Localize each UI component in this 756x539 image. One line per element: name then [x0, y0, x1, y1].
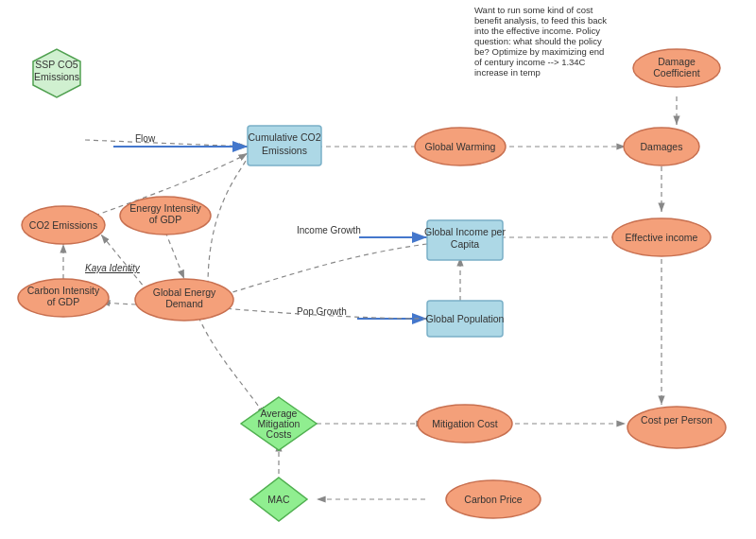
energyintensity-node: Energy Intensity of GDP — [120, 197, 211, 235]
arrow-energy-avgmit — [198, 317, 265, 416]
diagram: Want to run some kind of cost benefit an… — [0, 0, 756, 539]
note-text: of century income --> 1.34C — [474, 57, 586, 67]
svg-text:SSP CO5: SSP CO5 — [35, 59, 77, 70]
ssp-node: SSP CO5 Emissions — [33, 49, 80, 97]
note-text: increase in temp — [474, 67, 541, 78]
note-text: be? Optimize by maximizing end — [474, 46, 604, 57]
svg-text:Carbon Intensity: Carbon Intensity — [27, 285, 100, 296]
svg-text:Effective income: Effective income — [626, 232, 698, 243]
svg-text:Cost per Person: Cost per Person — [641, 414, 713, 426]
note-text: into the effective income. Policy — [474, 26, 600, 36]
svg-text:Damage: Damage — [658, 56, 696, 67]
globalincome-node: Global Income per Capita — [424, 220, 506, 260]
svg-text:Global Income per: Global Income per — [424, 226, 506, 237]
arrow-energyintensity-globalenergy — [165, 232, 184, 279]
svg-text:Coefficient: Coefficient — [653, 67, 700, 78]
damagecoeff-node: Damage Coefficient — [633, 49, 720, 87]
svg-text:Demand: Demand — [165, 298, 203, 309]
arrow-ssp-cumco2 — [85, 140, 248, 147]
svg-text:Global Warming: Global Warming — [425, 141, 496, 152]
globalwarming-node: Global Warming — [415, 128, 506, 165]
svg-text:Damages: Damages — [641, 141, 683, 152]
svg-text:Capita: Capita — [451, 238, 480, 250]
svg-text:Global Energy: Global Energy — [153, 287, 216, 298]
carbonintensity-node: Carbon Intensity of GDP — [18, 279, 109, 317]
svg-text:MAC: MAC — [267, 494, 290, 505]
svg-text:Global Population: Global Population — [426, 313, 505, 324]
arrow-income-energy — [213, 244, 427, 298]
flow-label: Flow — [135, 133, 156, 144]
note-text: benefit analysis, to feed this back — [474, 15, 607, 26]
mitigationcost-node: Mitigation Cost — [418, 405, 512, 443]
svg-text:Carbon Price: Carbon Price — [464, 494, 522, 505]
svg-text:Mitigation Cost: Mitigation Cost — [432, 418, 498, 429]
costperperson-node: Cost per Person — [627, 407, 726, 448]
carbonprice-node: Carbon Price — [446, 480, 541, 518]
svg-text:Emissions: Emissions — [34, 71, 79, 82]
svg-point-40 — [627, 407, 726, 448]
effectiveincome-node: Effective income — [612, 218, 711, 256]
svg-text:Costs: Costs — [266, 428, 292, 440]
svg-text:Cumulative CO2: Cumulative CO2 — [248, 131, 320, 143]
note-text: question: what should the policy — [474, 36, 602, 46]
svg-text:of GDP: of GDP — [149, 214, 181, 225]
svg-text:of GDP: of GDP — [47, 296, 79, 307]
cumco2-node: Cumulative CO2 Emissions — [248, 126, 321, 165]
svg-text:CO2 Emissions: CO2 Emissions — [29, 219, 97, 231]
kaya-identity-label: Kaya Identity — [85, 263, 141, 273]
globalpop-node: Global Population — [426, 301, 505, 337]
damages-node: Damages — [624, 128, 699, 165]
arrow-energy-cumco2 — [208, 151, 249, 286]
avgmitigation-node: Average Mitigation Costs — [241, 397, 317, 450]
svg-text:Energy Intensity: Energy Intensity — [129, 202, 201, 214]
mac-node: MAC — [250, 478, 307, 521]
co2emissions-node: CO2 Emissions — [22, 206, 105, 244]
svg-text:Emissions: Emissions — [262, 145, 307, 156]
note-text: Want to run some kind of cost — [474, 5, 593, 15]
globalenergy-node: Global Energy Demand — [135, 279, 233, 321]
income-growth-label: Income Growth — [297, 225, 361, 235]
